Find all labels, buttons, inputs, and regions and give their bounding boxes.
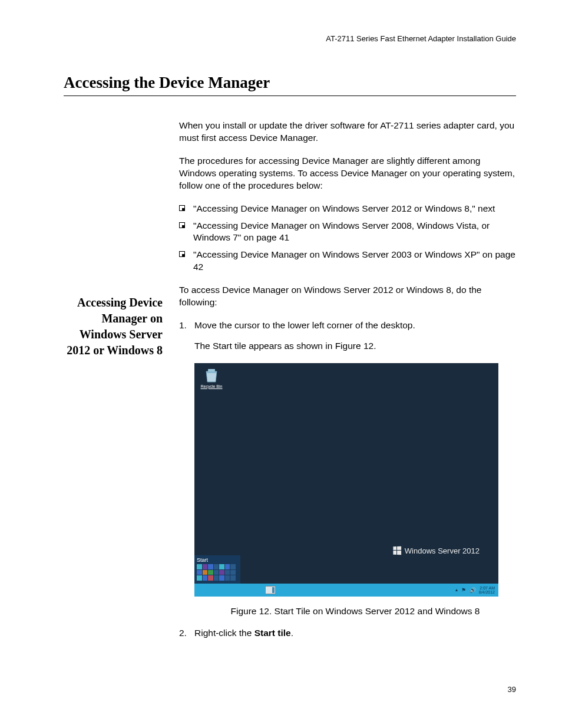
step-sub-paragraph: The Start tile appears as shown in Figur…: [194, 340, 516, 353]
list-item: "Accessing Device Manager on Windows Ser…: [179, 220, 516, 245]
step-item: 1. Move the cursor to the lower left cor…: [179, 319, 516, 332]
checkbox-bullet-icon: [179, 205, 185, 211]
step-number: 1.: [179, 319, 194, 332]
bullet-text: "Accessing Device Manager on Windows Ser…: [193, 220, 516, 245]
recycle-bin-label: Recycle Bin: [199, 384, 224, 388]
server-manager-icon: [265, 586, 276, 594]
volume-icon: 🔊: [470, 587, 475, 593]
checkbox-bullet-icon: [179, 222, 185, 228]
intro-paragraph-2: The procedures for accessing Device Mana…: [179, 155, 516, 192]
bullet-text: "Accessing Device Manager on Windows Ser…: [193, 203, 495, 215]
start-tile-grid-icon: [197, 564, 236, 581]
page-number: 39: [508, 685, 516, 694]
recycle-bin: Recycle Bin: [199, 368, 224, 388]
figure-caption: Figure 12. Start Tile on Windows Server …: [194, 606, 516, 617]
tray-date: 8/4/2012: [479, 590, 495, 594]
windows-desktop-screenshot: Recycle Bin Windows Server 2012 Start: [194, 363, 498, 597]
action-center-icon: ⚑: [461, 587, 467, 593]
checkbox-bullet-icon: [179, 251, 185, 257]
running-header: AT-2711 Series Fast Ethernet Adapter Ins…: [64, 34, 516, 43]
system-tray: ▴ ⚑ 🔊 2:07 AM 8/4/2012: [455, 586, 495, 595]
step-text: Right-click the Start tile.: [194, 627, 516, 640]
list-item: "Accessing Device Manager on Windows Ser…: [179, 249, 516, 274]
taskbar: ▴ ⚑ 🔊 2:07 AM 8/4/2012: [194, 584, 498, 597]
windows-logo-icon: [393, 546, 401, 555]
recycle-bin-icon: [204, 368, 219, 383]
svg-rect-0: [208, 369, 215, 371]
bullet-text: "Accessing Device Manager on Windows Ser…: [193, 249, 516, 274]
start-label: Start: [197, 557, 238, 563]
side-heading: Accessing Device Manager on Windows Serv…: [64, 295, 163, 358]
page-title: Accessing the Device Manager: [64, 74, 516, 96]
tray-time: 2:07 AM: [479, 586, 495, 590]
watermark-text: Windows Server 2012: [405, 546, 480, 555]
list-item: "Accessing Device Manager on Windows Ser…: [179, 203, 516, 215]
step-number: 2.: [179, 627, 194, 640]
tray-caret-icon: ▴: [455, 587, 458, 592]
step-item: 2. Right-click the Start tile.: [179, 627, 516, 640]
start-tile: Start: [194, 555, 240, 584]
os-watermark: Windows Server 2012: [393, 546, 480, 555]
intro-paragraph-1: When you install or update the driver so…: [179, 120, 516, 144]
bullet-list: "Accessing Device Manager on Windows Ser…: [179, 203, 516, 274]
section-intro: To access Device Manager on Windows Serv…: [179, 284, 516, 309]
step-text: Move the cursor to the lower left corner…: [194, 319, 516, 332]
figure: Recycle Bin Windows Server 2012 Start: [194, 363, 516, 617]
